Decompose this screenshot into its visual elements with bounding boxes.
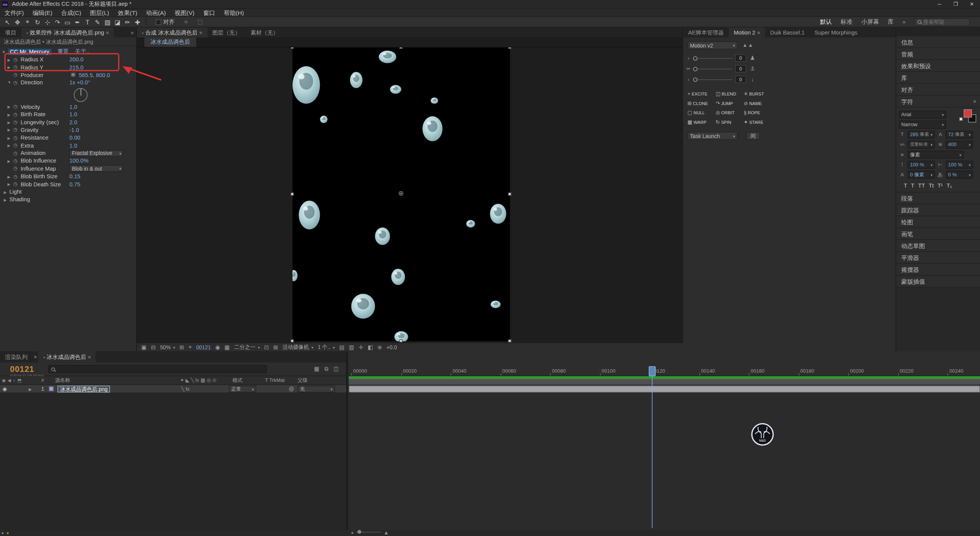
workspace-overflow-button[interactable]: » (903, 19, 906, 25)
draft-3d-icon[interactable]: ⧉ (324, 366, 328, 373)
stopwatch-icon[interactable]: ◷ (13, 166, 21, 172)
stopwatch-icon[interactable]: ◷ (13, 143, 21, 148)
expander-icon[interactable]: ▶ (8, 182, 13, 186)
effect-property-row[interactable]: ◷AnimationFractal Explosive▾ (0, 149, 136, 157)
panel-menu-icon[interactable]: ≡ (973, 95, 977, 107)
faux-style-button[interactable]: T₁ (947, 183, 952, 189)
motion-button-spin[interactable]: ↻SPIN (714, 119, 742, 126)
slider-knob[interactable] (693, 67, 697, 71)
motion-button-null[interactable]: ▢NULL (686, 109, 714, 116)
selection-handle[interactable] (291, 339, 294, 342)
stopwatch-icon[interactable]: ◷ (13, 72, 21, 78)
font-size-field[interactable]: 285像素▾ (908, 130, 935, 138)
stopwatch-icon[interactable]: ◷ (13, 127, 21, 133)
motion-button-jump[interactable]: ↷JUMP (714, 100, 742, 107)
tab-overflow-icon[interactable]: » (128, 28, 136, 38)
motion-button-rope[interactable]: §ROPE (743, 109, 770, 116)
panel-header-信息[interactable]: 信息 (896, 36, 980, 48)
tab-project[interactable]: 项目 (0, 28, 21, 38)
property-value[interactable]: 200.0 (69, 56, 84, 62)
work-area-bar[interactable] (349, 379, 980, 385)
region-of-interest-icon[interactable]: ⊡ (264, 344, 269, 350)
panel-menu-icon[interactable]: ≡ (88, 354, 91, 360)
slider-right-icon[interactable]: ⚓ (749, 66, 756, 72)
expander-icon[interactable]: ▶ (4, 197, 10, 202)
ruler-icon[interactable]: ⌖ (189, 344, 192, 351)
menu-item[interactable]: 文件(F) (0, 8, 28, 16)
composition-canvas[interactable]: ⊕ (293, 48, 510, 341)
effect-property-row[interactable]: ▶Shading (0, 196, 136, 204)
layer-label-color[interactable] (49, 386, 54, 391)
checkbox-icon[interactable] (156, 19, 161, 25)
faux-style-button[interactable]: Tt (929, 183, 934, 189)
panel-header-库[interactable]: 库 (896, 72, 980, 84)
workspace-item[interactable]: 库 (888, 18, 894, 26)
composition-mini-flowchart-icon[interactable]: ▦ (314, 366, 319, 373)
font-style-dropdown[interactable]: Narrow▾ (899, 120, 946, 128)
property-value[interactable]: 0.00 (69, 135, 81, 141)
slider-left-icon[interactable]: › (686, 77, 691, 82)
tab-layer[interactable]: 图层（无） (207, 28, 245, 38)
panel-header-蒙版插值[interactable]: 蒙版插值 (896, 276, 980, 288)
panel-header-动态草图[interactable]: 动态草图 (896, 240, 980, 252)
timeline-zoom-in-icon[interactable]: ▲ (383, 529, 389, 535)
stopwatch-icon[interactable]: ◷ (13, 135, 21, 141)
view-layout-dropdown[interactable]: 1 个..▾ (318, 344, 335, 351)
motion-button-stare[interactable]: ✦STARE (743, 119, 770, 126)
horizontal-scale-field[interactable]: 100 %▾ (945, 160, 973, 168)
parent-dropdown[interactable]: 无▾ (298, 385, 335, 392)
mask-feather-icon[interactable]: ⌗ (184, 18, 187, 25)
selection-handle[interactable] (508, 48, 511, 49)
property-value[interactable]: 1.0 (69, 104, 77, 110)
expander-icon[interactable]: ▼ (8, 81, 13, 85)
tab-duik-bassel-1[interactable]: Duik Bassel.1 (765, 28, 810, 38)
selection-handle[interactable] (508, 192, 511, 196)
direction-dial[interactable] (0, 87, 136, 103)
current-frame-display[interactable]: 00121 (10, 364, 34, 373)
expander-icon[interactable]: ▶ (8, 57, 13, 61)
reset-exposure-icon[interactable]: ⊕ (377, 344, 382, 350)
timeline-search-box[interactable] (48, 365, 267, 373)
effect-property-row[interactable]: ▶◷Radius X200.0 (0, 56, 136, 63)
selection-handle[interactable] (291, 192, 294, 196)
menu-item[interactable]: 图层(L) (86, 8, 113, 16)
eraser-tool[interactable]: ◪ (112, 18, 122, 25)
property-value[interactable]: 0.75 (69, 181, 81, 187)
graph-editor-icon[interactable]: ◫ (334, 366, 339, 373)
layer-source-name[interactable]: 冰水成品调色后.png (58, 385, 110, 392)
roto-brush-tool[interactable]: ✏ (122, 18, 132, 25)
flowchart-icon[interactable]: ◧ (368, 344, 373, 350)
current-time-indicator[interactable] (652, 376, 653, 528)
motion-button-clone[interactable]: ⊞CLONE (686, 100, 714, 107)
blend-mode-dropdown[interactable]: 正常▾ (229, 385, 257, 392)
timeline-zoom-out-icon[interactable]: ▴ (351, 530, 354, 535)
tab-footage[interactable]: 素材（无） (245, 28, 283, 38)
rotate-tool[interactable]: ↷ (53, 18, 62, 25)
dial-circle-icon[interactable] (74, 88, 87, 102)
expander-icon[interactable]: ▶ (8, 65, 13, 69)
stopwatch-icon[interactable]: ◷ (13, 64, 21, 70)
timeline-search-input[interactable] (57, 366, 257, 372)
effect-property-row[interactable]: ◷Influence MapBlob in & out▾ (0, 165, 136, 173)
camera-dropdown[interactable]: 活动摄像机▾ (283, 344, 314, 351)
property-value[interactable]: 100.0% (69, 158, 89, 164)
font-family-dropdown[interactable]: Arial▾ (899, 110, 946, 118)
help-search-box[interactable] (914, 18, 970, 26)
slider-right-icon[interactable]: ♟ (749, 55, 756, 61)
maximize-button[interactable]: ❐ (947, 0, 964, 8)
puppet-pin-tool[interactable]: ✚ (133, 18, 143, 25)
effect-header-row[interactable]: ▼ CC Mr. Mercury 重置 关于.. (0, 48, 136, 56)
stopwatch-icon[interactable]: ◷ (13, 150, 21, 156)
comp-viewer-subtab[interactable]: 冰水成品调色后 (145, 38, 196, 47)
composition-viewport[interactable]: ⊕ (137, 48, 683, 342)
panel-header-对齐[interactable]: 对齐 (896, 84, 980, 95)
unit-dropdown[interactable]: 像素▾ (908, 150, 964, 158)
effect-property-row[interactable]: ▶◷Gravity-1.0 (0, 126, 136, 134)
property-value[interactable]: 565.5, 800.0 (79, 72, 110, 78)
tab-super-morphings[interactable]: Super Morphings (809, 28, 862, 38)
panel-menu-icon[interactable]: ≡ (199, 30, 202, 35)
selection-handle[interactable] (400, 339, 403, 342)
panel-header-音频[interactable]: 音频 (896, 48, 980, 60)
effect-property-row[interactable]: ▶◷Birth Rate1.0 (0, 110, 136, 118)
faux-style-button[interactable]: TT (918, 183, 925, 189)
